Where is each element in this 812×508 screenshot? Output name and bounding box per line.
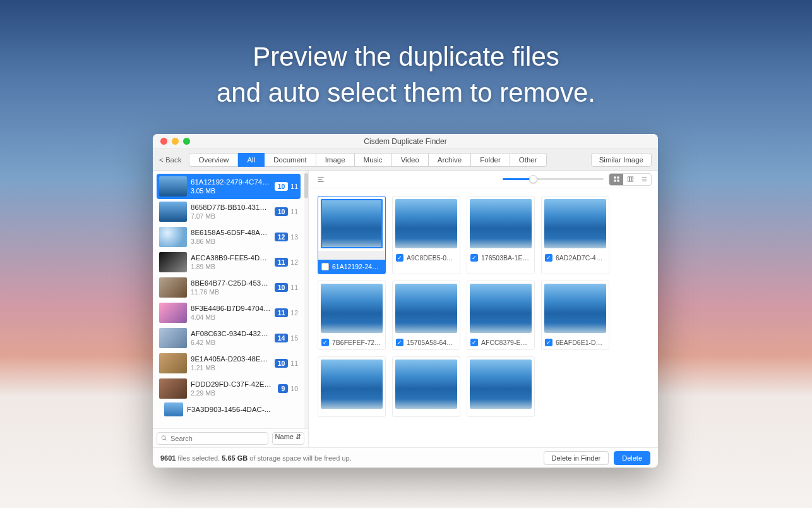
thumbnail-card[interactable]: 6EAFD6E1-DF39-4...	[541, 281, 609, 350]
tab-all[interactable]: All	[238, 153, 265, 167]
select-checkbox[interactable]	[470, 254, 478, 262]
select-checkbox[interactable]	[396, 254, 403, 262]
thumbnail-card[interactable]: 7B6FEFEF-7244-4...	[318, 281, 386, 350]
preview-panel: 61A12192-2479-4...A9C8DEB5-04F2-...17650…	[309, 171, 658, 447]
select-checkbox[interactable]	[545, 339, 552, 346]
group-counts: 1011	[275, 207, 298, 216]
thumbnail-card[interactable]: A9C8DEB5-04F2-...	[392, 196, 460, 274]
duplicate-group[interactable]: 9E1A405A-D203-48E0-...1.21 MB1011	[157, 351, 301, 376]
tab-video[interactable]: Video	[392, 153, 429, 167]
duplicate-group[interactable]: 8F3E4486-B7D9-4704-...4.04 MB1112	[157, 300, 301, 325]
select-checkbox[interactable]	[545, 254, 552, 262]
thumbnail-filename: 6AD2AD7C-4CC0-...	[556, 254, 606, 262]
duplicate-group[interactable]: AF08C63C-934D-4329-...6.42 MB1415	[157, 325, 301, 351]
duplicate-group[interactable]: 61A12192-2479-4C74-B...3.05 MB1011	[157, 174, 301, 199]
group-counts: 1415	[275, 334, 298, 342]
thumbnail-card[interactable]	[392, 356, 460, 417]
group-size: 1.89 MB	[191, 263, 271, 270]
group-name: F3A3D903-1456-4DAC-...	[187, 406, 298, 413]
group-name: 8E6158A5-6D5F-48A3-...	[191, 229, 271, 236]
thumbnail-image	[321, 360, 383, 409]
group-thumbnail	[159, 277, 187, 298]
duplicate-group[interactable]: 8BE64B77-C25D-453D-...11.76 MB1011	[157, 275, 301, 300]
columns-view-button[interactable]	[623, 174, 637, 185]
group-name: 8F3E4486-B7D9-4704-...	[191, 305, 271, 312]
tab-image[interactable]: Image	[316, 153, 355, 167]
thumbnail-filename: 176503BA-1EC3-4...	[481, 254, 531, 262]
thumbnail-filename: 7B6FEFEF-7244-4...	[332, 339, 382, 346]
group-counts: 1112	[275, 258, 298, 267]
status-bar: 9601 files selected. 5.65 GB of storage …	[153, 447, 658, 468]
similar-image-button[interactable]: Similar Image	[591, 153, 652, 167]
duplicate-group[interactable]: AECA38B9-FEE5-4D40-...1.89 MB1112	[157, 250, 301, 275]
back-button[interactable]: < Back	[159, 156, 184, 164]
thumbnail-card[interactable]: AFCC8379-EA4E-...	[467, 281, 535, 350]
svg-rect-6	[617, 179, 619, 181]
group-name: 8658D77B-BB10-431B-...	[191, 203, 271, 211]
sidebar-scrollbar[interactable]	[304, 171, 308, 428]
group-counts: 1011	[275, 283, 298, 292]
group-thumbnail	[159, 303, 187, 323]
svg-rect-4	[617, 176, 619, 178]
group-name: FDDD29FD-C37F-42EF-...	[191, 380, 274, 388]
thumbnail-card[interactable]	[318, 356, 386, 417]
tab-archive[interactable]: Archive	[429, 153, 471, 167]
thumbnail-filename: 6EAFD6E1-DF39-4...	[556, 339, 606, 346]
search-input[interactable]	[170, 435, 264, 442]
group-name: 8BE64B77-C25D-453D-...	[191, 279, 271, 287]
svg-rect-5	[614, 179, 616, 181]
group-size: 3.86 MB	[191, 238, 271, 245]
toolbar: < Back OverviewAllDocumentImageMusicVide…	[153, 149, 658, 171]
thumbnail-image	[395, 284, 457, 333]
list-view-button[interactable]	[637, 174, 651, 185]
group-thumbnail	[159, 227, 187, 247]
thumbnail-card[interactable]: 6AD2AD7C-4CC0-...	[541, 196, 609, 274]
thumbnail-image	[470, 284, 532, 333]
thumbnail-card[interactable]: 176503BA-1EC3-4...	[467, 196, 535, 274]
tab-music[interactable]: Music	[355, 153, 392, 167]
delete-button[interactable]: Delete	[614, 451, 650, 465]
thumbnail-image	[395, 360, 457, 409]
category-tabs: OverviewAllDocumentImageMusicVideoArchiv…	[189, 153, 546, 167]
group-name: AF08C63C-934D-4329-...	[191, 330, 271, 337]
group-thumbnail	[159, 202, 187, 222]
duplicate-group[interactable]: 8E6158A5-6D5F-48A3-...3.86 MB1213	[157, 224, 301, 250]
group-size: 4.04 MB	[191, 313, 271, 321]
group-list: 61A12192-2479-4C74-B...3.05 MB10118658D7…	[153, 171, 304, 428]
zoom-slider[interactable]	[503, 178, 604, 180]
select-checkbox[interactable]	[321, 339, 329, 346]
select-checkbox[interactable]	[396, 339, 403, 346]
grid-view-button[interactable]	[609, 174, 623, 185]
duplicate-groups-sidebar: 61A12192-2479-4C74-B...3.05 MB10118658D7…	[153, 171, 309, 447]
tab-other[interactable]: Other	[510, 153, 547, 167]
thumbnail-image	[321, 284, 383, 333]
group-counts: 1213	[275, 233, 298, 241]
tab-document[interactable]: Document	[265, 153, 316, 167]
sort-select[interactable]: Name ⇵	[272, 432, 304, 445]
group-thumbnail	[159, 328, 187, 348]
group-size: 6.42 MB	[191, 339, 271, 346]
thumbnail-card[interactable]	[467, 356, 535, 417]
thumbnail-image	[544, 284, 606, 333]
tab-overview[interactable]: Overview	[189, 153, 238, 167]
status-text: 9601 files selected. 5.65 GB of storage …	[160, 454, 352, 462]
group-size: 3.05 MB	[191, 187, 271, 195]
group-counts: 910	[278, 384, 298, 393]
delete-in-finder-button[interactable]: Delete in Finder	[544, 451, 609, 465]
thumbnail-filename: AFCC8379-EA4E-...	[481, 339, 531, 346]
tab-folder[interactable]: Folder	[471, 153, 510, 167]
thumbnail-image	[544, 199, 606, 248]
thumbnail-card[interactable]: 15705A58-649B-4...	[392, 281, 460, 350]
duplicate-group[interactable]: FDDD29FD-C37F-42EF-...2.29 MB910	[157, 376, 301, 401]
duplicate-group[interactable]: 8658D77B-BB10-431B-...7.07 MB1011	[157, 199, 301, 224]
app-window: Cisdem Duplicate Finder < Back OverviewA…	[153, 134, 658, 468]
list-collapse-icon[interactable]	[315, 174, 326, 185]
group-name: 9E1A405A-D203-48E0-...	[191, 355, 271, 363]
marketing-headline: Preview the duplicate files and auto sel…	[0, 0, 812, 111]
duplicate-group[interactable]: F3A3D903-1456-4DAC-...	[157, 401, 301, 418]
select-checkbox[interactable]	[470, 339, 478, 346]
svg-rect-8	[630, 177, 631, 181]
window-title: Cisdem Duplicate Finder	[153, 137, 658, 146]
thumbnail-card[interactable]: 61A12192-2479-4...	[318, 196, 386, 274]
select-checkbox[interactable]	[321, 263, 329, 270]
